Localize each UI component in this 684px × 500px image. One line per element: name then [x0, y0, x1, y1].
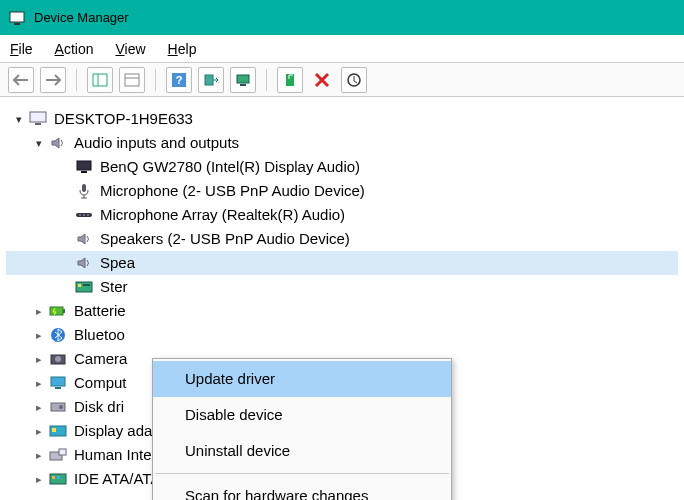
tree-item-label: Comput: [74, 371, 127, 395]
speaker-icon: [74, 230, 94, 248]
ctx-uninstall-device[interactable]: Uninstall device: [153, 433, 451, 469]
expand-collapse-caret[interactable]: [32, 131, 46, 155]
svg-text:?: ?: [176, 74, 183, 86]
svg-point-19: [79, 214, 81, 216]
svg-rect-4: [125, 74, 139, 86]
expand-collapse-caret[interactable]: [32, 467, 46, 491]
menu-file[interactable]: File: [10, 41, 33, 57]
svg-rect-8: [205, 75, 213, 85]
help-button[interactable]: ?: [166, 67, 192, 93]
expand-collapse-caret[interactable]: [12, 107, 26, 131]
nav-forward-button[interactable]: [40, 67, 66, 93]
context-menu: Update driver Disable device Uninstall d…: [152, 358, 452, 500]
expand-collapse-caret[interactable]: [32, 347, 46, 371]
svg-rect-1: [14, 23, 20, 25]
svg-rect-26: [63, 309, 65, 313]
svg-rect-10: [240, 84, 246, 86]
svg-rect-23: [78, 284, 81, 287]
device-tree[interactable]: DESKTOP-1H9E633 Audio inputs and outputs…: [0, 97, 684, 500]
menu-action[interactable]: Action: [55, 41, 94, 57]
scan-hardware-button[interactable]: [198, 67, 224, 93]
tree-item-label: DESKTOP-1H9E633: [54, 107, 193, 131]
svg-rect-2: [93, 74, 107, 86]
tree-root[interactable]: DESKTOP-1H9E633: [6, 107, 678, 131]
hid-icon: [48, 446, 68, 464]
enable-device-button[interactable]: [277, 67, 303, 93]
tree-item-label: Microphone (2- USB PnP Audio Device): [100, 179, 365, 203]
toolbar-separator: [266, 69, 267, 91]
computer-icon: [28, 110, 48, 128]
svg-rect-16: [81, 171, 87, 173]
svg-rect-24: [83, 284, 90, 286]
context-menu-separator: [155, 473, 449, 474]
ide-controller-icon: [48, 470, 68, 488]
tree-item-label: Bluetoo: [74, 323, 125, 347]
ctx-update-driver[interactable]: Update driver: [153, 361, 451, 397]
speaker-icon: [48, 134, 68, 152]
svg-point-20: [83, 214, 85, 216]
tree-item-label: Disk dri: [74, 395, 124, 419]
tree-item-label: Speakers (2- USB PnP Audio Device): [100, 227, 350, 251]
svg-rect-39: [52, 476, 55, 479]
svg-rect-14: [35, 123, 41, 125]
bluetooth-icon: [48, 326, 68, 344]
svg-rect-30: [51, 377, 65, 386]
expand-collapse-caret[interactable]: [32, 299, 46, 323]
titlebar: Device Manager: [0, 0, 684, 35]
svg-rect-9: [237, 75, 249, 83]
svg-rect-0: [10, 12, 24, 22]
monitor-icon: [74, 158, 94, 176]
ctx-disable-device[interactable]: Disable device: [153, 397, 451, 433]
tree-device[interactable]: Microphone Array (Realtek(R) Audio): [6, 203, 678, 227]
tree-device[interactable]: Ster: [6, 275, 678, 299]
tree-item-label: Batterie: [74, 299, 126, 323]
svg-point-33: [59, 405, 63, 409]
tree-item-label: Microphone Array (Realtek(R) Audio): [100, 203, 345, 227]
show-hide-tree-button[interactable]: [87, 67, 113, 93]
window-title: Device Manager: [34, 10, 129, 25]
disk-drive-icon: [48, 398, 68, 416]
battery-icon: [48, 302, 68, 320]
toolbar-separator: [155, 69, 156, 91]
tree-device-selected[interactable]: Spea: [6, 251, 678, 275]
tree-item-label: Spea: [100, 251, 135, 275]
app-icon: [8, 9, 26, 27]
tree-category-batteries[interactable]: Batterie: [6, 299, 678, 323]
svg-point-29: [55, 356, 61, 362]
tree-item-label: Camera: [74, 347, 127, 371]
svg-rect-13: [30, 112, 46, 122]
computer-icon: [48, 374, 68, 392]
svg-rect-40: [57, 476, 60, 479]
tree-category-audio[interactable]: Audio inputs and outputs: [6, 131, 678, 155]
disable-device-button[interactable]: [341, 67, 367, 93]
expand-collapse-caret[interactable]: [32, 371, 46, 395]
camera-icon: [48, 350, 68, 368]
svg-rect-11: [286, 74, 294, 86]
properties-button[interactable]: [119, 67, 145, 93]
menubar: File Action View Help: [0, 35, 684, 63]
tree-category-bluetooth[interactable]: Bluetoo: [6, 323, 678, 347]
menu-help[interactable]: Help: [168, 41, 197, 57]
expand-collapse-caret[interactable]: [32, 443, 46, 467]
tree-device[interactable]: Microphone (2- USB PnP Audio Device): [6, 179, 678, 203]
nav-back-button[interactable]: [8, 67, 34, 93]
tree-item-label: BenQ GW2780 (Intel(R) Display Audio): [100, 155, 360, 179]
tree-item-label: Audio inputs and outputs: [74, 131, 239, 155]
expand-collapse-caret[interactable]: [32, 395, 46, 419]
expand-collapse-caret[interactable]: [32, 323, 46, 347]
toolbar-separator: [76, 69, 77, 91]
update-driver-button[interactable]: [230, 67, 256, 93]
speaker-icon: [74, 254, 94, 272]
expand-collapse-caret[interactable]: [32, 419, 46, 443]
tree-device[interactable]: BenQ GW2780 (Intel(R) Display Audio): [6, 155, 678, 179]
menu-view[interactable]: View: [116, 41, 146, 57]
ctx-scan-hardware[interactable]: Scan for hardware changes: [153, 478, 451, 500]
uninstall-device-button[interactable]: [309, 67, 335, 93]
svg-rect-25: [50, 307, 63, 315]
display-adapter-icon: [48, 422, 68, 440]
toolbar: ?: [0, 63, 684, 97]
tree-device[interactable]: Speakers (2- USB PnP Audio Device): [6, 227, 678, 251]
svg-rect-37: [59, 449, 66, 455]
sound-card-icon: [74, 278, 94, 296]
svg-rect-17: [82, 184, 86, 192]
